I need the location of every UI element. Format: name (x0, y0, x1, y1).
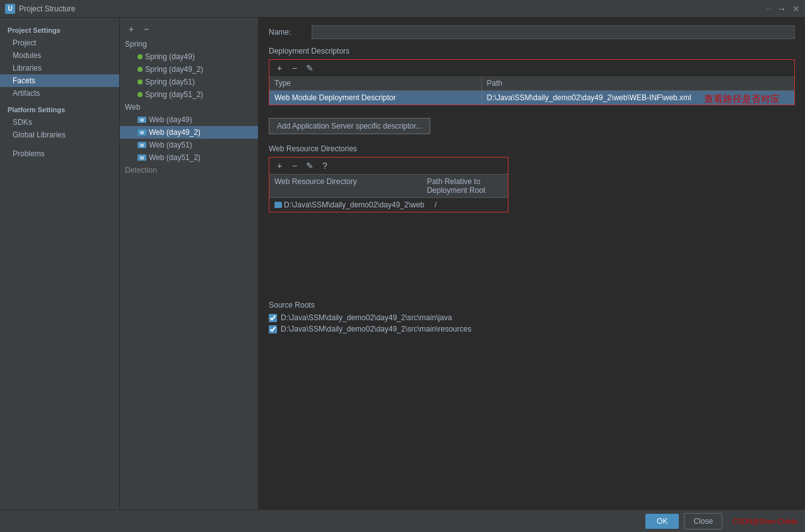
sidebar-item-artifacts[interactable]: Artifacts (0, 87, 119, 100)
wr-table-header: Web Resource Directory Path Relative to … (269, 174, 508, 198)
web-item-day49-2[interactable]: W Web (day49_2) (120, 126, 258, 139)
web-item-day51-label: Web (day51) (149, 141, 192, 149)
main-layout: Project Settings Project Modules Librari… (0, 18, 805, 509)
dd-edit-button[interactable]: ✎ (303, 62, 316, 74)
source-root-row-0: D:\Java\SSM\daily_demo02\day49_2\src\mai… (269, 313, 795, 322)
back-arrow[interactable]: ← (763, 4, 775, 14)
sidebar-item-libraries[interactable]: Libraries (0, 62, 119, 74)
sidebar-item-global-libraries[interactable]: Global Libraries (0, 129, 119, 141)
right-panel: Name: Deployment Descriptors + − ✎ Type … (259, 18, 805, 509)
add-server-button[interactable]: Add Application Server specific descript… (269, 118, 430, 134)
close-icon[interactable]: ✕ (792, 4, 800, 14)
source-root-row-1: D:\Java\SSM\daily_demo02\day49_2\src\mai… (269, 325, 795, 333)
wr-edit-button[interactable]: ✎ (303, 159, 316, 172)
web-item-day49-2-label: Web (day49_2) (149, 128, 201, 137)
dd-toolbar: + − ✎ (269, 60, 794, 76)
spring-dot-icon (138, 54, 143, 59)
web-icon: W (138, 129, 146, 136)
dd-path-header: Path (482, 76, 794, 90)
app-icon: U (5, 4, 15, 14)
add-facet-button[interactable]: + (125, 23, 138, 35)
remove-facet-button[interactable]: − (140, 23, 153, 35)
middle-toolbar: + − (120, 20, 258, 38)
spring-dot-icon (138, 92, 143, 97)
project-settings-label: Project Settings (0, 23, 119, 37)
dd-type-header: Type (269, 76, 482, 90)
sidebar-item-sdks[interactable]: SDKs (0, 116, 119, 129)
title-bar: U Project Structure ← → ✕ (0, 0, 805, 18)
web-section-label: Web (120, 101, 258, 113)
wr-help-button[interactable]: ? (319, 159, 331, 172)
deployment-descriptors-title: Deployment Descriptors (269, 47, 795, 55)
spring-item-day49-label: Spring (day49) (145, 52, 195, 61)
add-server-btn-container: Add Application Server specific descript… (269, 113, 795, 137)
dd-table-header: Type Path (269, 76, 794, 91)
web-icon: W (138, 154, 146, 161)
folder-icon (274, 202, 282, 208)
web-item-day49-label: Web (day49) (149, 115, 192, 124)
source-root-path-0: D:\Java\SSM\daily_demo02\day49_2\src\mai… (281, 313, 452, 322)
spring-item-day51[interactable]: Spring (day51) (120, 76, 258, 88)
wr-dir-header: Web Resource Directory (269, 175, 422, 197)
spring-dot-icon (138, 67, 143, 72)
ok-button[interactable]: OK (645, 514, 679, 529)
middle-panel: + − Spring Spring (day49) Spring (day49_… (120, 18, 259, 509)
web-resource-title: Web Resource Directories (269, 144, 795, 153)
watermark-text: CSDN@Shen-Childe (732, 518, 797, 525)
name-label: Name: (269, 28, 307, 37)
name-field-row: Name: (269, 25, 795, 39)
spring-item-day51-2-label: Spring (day51_2) (145, 90, 203, 99)
annotation-text: 查看路径是否对应 (704, 93, 780, 105)
source-root-checkbox-0[interactable] (269, 314, 277, 322)
sidebar-item-problems[interactable]: Problems (0, 147, 119, 160)
web-resource-table: + − ✎ ? Web Resource Directory Path Rela… (269, 157, 508, 212)
source-root-checkbox-1[interactable] (269, 325, 277, 333)
bottom-bar: OK Close CSDN@Shen-Childe (0, 509, 805, 532)
close-button[interactable]: Close (684, 513, 722, 529)
web-item-day51-2[interactable]: W Web (day51_2) (120, 151, 258, 164)
sidebar: Project Settings Project Modules Librari… (0, 18, 120, 509)
spring-item-day49-2-label: Spring (day49_2) (145, 65, 203, 74)
spring-item-day51-label: Spring (day51) (145, 78, 195, 86)
name-input[interactable] (312, 25, 795, 39)
spring-section-label: Spring (120, 38, 258, 50)
detection-label: Detection (120, 164, 258, 176)
wr-add-button[interactable]: + (273, 159, 286, 172)
wr-remove-button[interactable]: − (288, 159, 301, 172)
source-root-path-1: D:\Java\SSM\daily_demo02\day49_2\src\mai… (281, 325, 471, 333)
web-item-day51[interactable]: W Web (day51) (120, 139, 258, 151)
sidebar-item-project[interactable]: Project (0, 37, 119, 49)
spring-item-day51-2[interactable]: Spring (day51_2) (120, 88, 258, 101)
web-item-day49[interactable]: W Web (day49) (120, 113, 258, 126)
web-icon: W (138, 117, 146, 123)
forward-arrow[interactable]: → (776, 4, 787, 14)
web-item-day51-2-label: Web (day51_2) (149, 153, 201, 162)
dd-remove-button[interactable]: − (288, 62, 301, 74)
source-roots-title: Source Roots (269, 301, 795, 309)
wr-path-cell: / (430, 198, 508, 212)
spring-item-day49-2[interactable]: Spring (day49_2) (120, 63, 258, 76)
sidebar-item-facets[interactable]: Facets (0, 74, 119, 87)
platform-settings-label: Platform Settings (0, 100, 119, 116)
spring-dot-icon (138, 79, 143, 84)
web-icon: W (138, 142, 146, 148)
spring-item-day49[interactable]: Spring (day49) (120, 50, 258, 63)
wr-toolbar: + − ✎ ? (269, 158, 508, 174)
window-title: Project Structure (19, 4, 761, 13)
wr-path-header: Path Relative to Deployment Root (422, 175, 508, 197)
sidebar-item-modules[interactable]: Modules (0, 49, 119, 62)
table-row[interactable]: D:\Java\SSM\daily_demo02\day49_2\web / (269, 198, 508, 212)
dd-type-cell: Web Module Deployment Descriptor (269, 91, 482, 105)
nav-arrows: ← → (763, 4, 787, 14)
dd-add-button[interactable]: + (273, 62, 286, 74)
wr-dir-cell: D:\Java\SSM\daily_demo02\day49_2\web (269, 198, 430, 212)
